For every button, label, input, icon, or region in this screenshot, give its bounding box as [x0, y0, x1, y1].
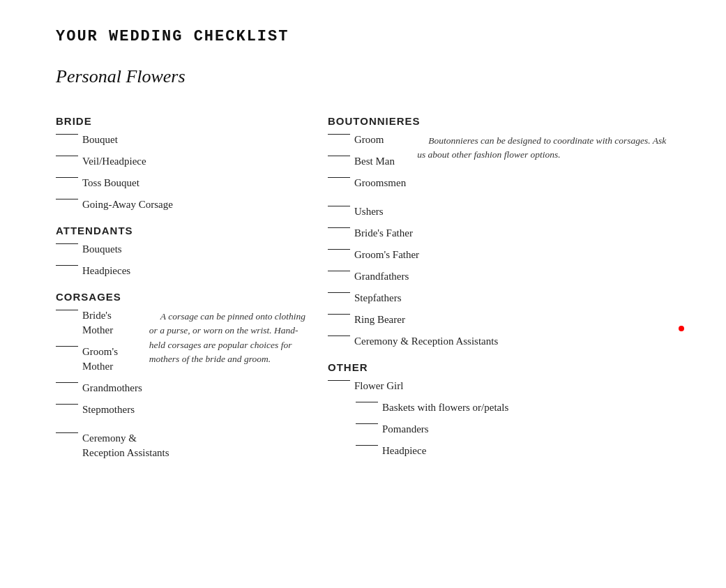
bride-heading: BRIDE	[56, 115, 314, 127]
list-item: Ceremony & Reception Assistants	[328, 334, 670, 349]
right-column: BOUTONNIERES Groom Best Man Groomsmen	[314, 103, 670, 467]
item-label: Groom	[354, 133, 384, 147]
item-label: Veil/Headpiece	[82, 154, 146, 169]
blank-line	[356, 402, 378, 402]
list-item: Ushers	[328, 204, 670, 219]
item-label: Headpiece	[382, 444, 426, 458]
list-item: Groomsmen	[328, 176, 406, 190]
item-label: Stepfathers	[354, 291, 401, 306]
item-label: Ceremony &Reception Assistants	[82, 431, 169, 460]
blank-line	[328, 292, 350, 293]
other-heading: OTHER	[328, 361, 670, 373]
item-label: Flower Girl	[354, 379, 403, 393]
list-item: Stepfathers	[328, 291, 670, 306]
item-label: Ceremony & Reception Assistants	[354, 334, 498, 349]
item-label: Toss Bouquet	[82, 176, 139, 190]
corsages-note: A corsage can be pinned onto clothing or…	[149, 308, 314, 424]
blank-line	[328, 271, 350, 271]
item-label: Baskets with flowers or/petals	[382, 400, 508, 415]
blank-line	[328, 227, 350, 228]
item-label: Bouquet	[82, 133, 118, 147]
page: YOUR WEDDING CHECKLIST Personal Flowers …	[0, 0, 726, 495]
list-item: Grandfathers	[328, 269, 670, 284]
boutonnieres-items: Groom Best Man Groomsmen	[328, 133, 406, 197]
blank-line	[56, 346, 78, 347]
blank-line	[328, 206, 350, 206]
list-item: Ring Bearer	[328, 312, 670, 327]
section-title: Personal Flowers	[56, 66, 670, 87]
blank-line	[56, 310, 78, 310]
list-item: Baskets with flowers or/petals	[356, 400, 670, 415]
columns-layout: BRIDE Bouquet Veil/Headpiece Toss Bouque…	[56, 103, 670, 467]
corsages-heading: CORSAGES	[56, 291, 314, 303]
item-label: Stepmothers	[82, 402, 135, 417]
item-label: Grandfathers	[354, 269, 409, 284]
list-item: Headpieces	[56, 264, 314, 278]
blank-line	[328, 134, 350, 135]
list-item: Ceremony &Reception Assistants	[56, 431, 314, 460]
item-label: Groom's Father	[354, 248, 419, 262]
blank-line	[328, 314, 350, 315]
boutonnieres-heading: BOUTONNIERES	[328, 115, 670, 127]
list-item: Flower Girl	[328, 379, 670, 393]
list-item: Going-Away Corsage	[56, 197, 314, 212]
item-label: Headpieces	[82, 264, 130, 278]
red-dot-marker	[679, 326, 684, 331]
item-label: Bouquets	[82, 242, 122, 257]
list-item: Headpiece	[356, 444, 670, 458]
item-label: Grandmothers	[82, 381, 142, 395]
list-item: Veil/Headpiece	[56, 154, 314, 169]
blank-line	[56, 177, 78, 178]
list-item: Groom's Father	[328, 248, 670, 262]
item-label: Best Man	[354, 154, 395, 169]
attendants-heading: ATTENDANTS	[56, 225, 314, 236]
blank-line	[56, 243, 78, 244]
item-label: Pomanders	[382, 422, 429, 437]
page-title: YOUR WEDDING CHECKLIST	[56, 28, 670, 45]
boutonnieres-note: Boutonnieres can be designed to coordina…	[417, 133, 670, 163]
item-label: Groomsmen	[354, 176, 406, 190]
blank-line	[328, 249, 350, 250]
blank-line	[56, 199, 78, 199]
item-label: Bride's Mother	[82, 308, 142, 338]
blank-line	[328, 380, 350, 381]
list-item: Bouquet	[56, 133, 314, 147]
corsages-note-text: A corsage can be pinned onto clothing or…	[149, 311, 305, 364]
item-label: Going-Away Corsage	[82, 197, 173, 212]
list-item: Bouquets	[56, 242, 314, 257]
list-item: Grandmothers	[56, 381, 142, 395]
blank-line	[328, 156, 350, 156]
item-label: Bride's Father	[354, 226, 413, 241]
blank-line	[56, 156, 78, 156]
blank-line	[56, 382, 78, 383]
groom-row: Groom Best Man Groomsmen Boutonnieres ca…	[328, 133, 670, 197]
list-item: Toss Bouquet	[56, 176, 314, 190]
left-column: BRIDE Bouquet Veil/Headpiece Toss Bouque…	[56, 103, 314, 467]
blank-line	[328, 177, 350, 178]
item-label: Groom's Mother	[82, 345, 142, 374]
corsages-items-col: Bride's Mother Groom's Mother Grandmothe…	[56, 308, 142, 424]
list-item: Pomanders	[356, 422, 670, 437]
boutonnieres-note-text: Boutonnieres can be designed to coordina…	[417, 135, 666, 160]
blank-line	[356, 423, 378, 424]
corsages-section: Bride's Mother Groom's Mother Grandmothe…	[56, 308, 314, 424]
list-item: Stepmothers	[56, 402, 142, 417]
list-item: Best Man	[328, 154, 406, 169]
ring-bearer-label: Ring Bearer	[354, 312, 405, 327]
list-item: Groom	[328, 133, 406, 147]
blank-line	[56, 404, 78, 405]
list-item: Bride's Father	[328, 226, 670, 241]
blank-line	[356, 445, 378, 446]
blank-line	[56, 134, 78, 135]
blank-line	[56, 265, 78, 266]
list-item: Groom's Mother	[56, 345, 142, 374]
blank-line	[56, 432, 78, 433]
blank-line	[328, 336, 350, 336]
list-item: Bride's Mother	[56, 308, 142, 338]
item-label: Ushers	[354, 204, 384, 219]
